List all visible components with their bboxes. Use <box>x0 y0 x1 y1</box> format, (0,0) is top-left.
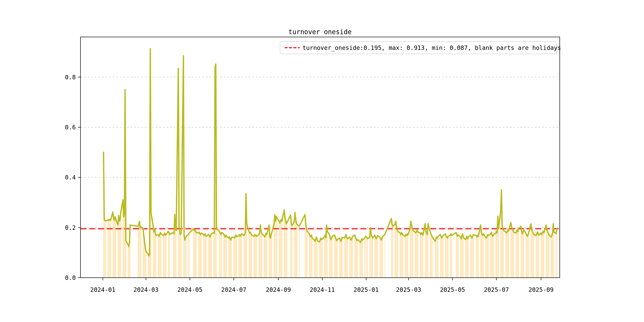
day-bar <box>246 224 247 278</box>
day-bar <box>442 238 442 278</box>
day-bar <box>408 235 408 278</box>
day-bar <box>413 230 413 278</box>
day-bar <box>119 221 120 278</box>
day-bar <box>467 239 468 278</box>
day-bar <box>139 221 140 278</box>
day-bar <box>426 233 427 278</box>
day-bar <box>261 231 262 278</box>
day-bar <box>462 234 463 278</box>
day-bar <box>198 233 199 278</box>
day-bar <box>204 236 204 278</box>
day-bar <box>141 227 141 278</box>
day-bar <box>266 234 267 278</box>
day-bar <box>271 234 272 278</box>
day-bar <box>397 229 397 278</box>
day-bar <box>200 234 201 278</box>
day-bar <box>538 234 538 278</box>
day-bar <box>220 234 221 278</box>
day-bar <box>275 221 276 278</box>
day-bar <box>312 238 312 278</box>
day-bar <box>552 234 553 278</box>
day-bar <box>442 237 443 278</box>
y-tick-label: 0.4 <box>65 174 76 181</box>
day-bar <box>205 235 206 278</box>
day-bar <box>175 228 176 278</box>
turnover-line <box>104 49 557 256</box>
day-bar <box>461 239 462 278</box>
day-bar <box>478 235 478 278</box>
day-bar <box>173 232 174 278</box>
day-bar <box>279 221 280 278</box>
day-bar <box>420 233 420 278</box>
day-bar <box>503 229 503 278</box>
day-bar <box>294 222 294 278</box>
day-bar <box>506 233 507 278</box>
day-bar <box>327 231 328 278</box>
day-bar <box>256 235 256 278</box>
day-bar <box>154 229 155 278</box>
day-bar <box>346 238 347 278</box>
day-bar <box>359 241 360 278</box>
day-bar <box>277 218 277 278</box>
day-bar <box>478 236 479 278</box>
day-bar <box>270 236 270 278</box>
day-bar <box>214 234 215 278</box>
day-bar <box>421 232 422 278</box>
day-bar <box>148 254 148 278</box>
day-bar <box>457 236 458 278</box>
day-bar <box>228 238 229 278</box>
day-bar <box>531 229 532 278</box>
day-bar <box>495 233 496 278</box>
day-bar <box>326 238 326 278</box>
day-bar <box>316 237 317 278</box>
day-bar <box>149 254 150 278</box>
day-bar <box>512 229 512 278</box>
day-bar <box>384 234 385 278</box>
day-bar <box>213 232 214 278</box>
day-bar <box>518 229 519 278</box>
day-bar <box>114 220 115 278</box>
day-bar <box>339 238 340 278</box>
day-bar <box>406 236 407 278</box>
day-bar <box>481 231 482 278</box>
day-bar <box>310 237 311 278</box>
day-bar <box>285 216 285 278</box>
day-bar <box>431 234 431 278</box>
day-bar <box>468 237 469 278</box>
day-bar <box>196 231 196 278</box>
day-bar <box>533 233 534 278</box>
day-bar <box>508 231 509 278</box>
day-bar <box>154 232 154 278</box>
day-bar <box>317 240 318 278</box>
day-bar <box>547 231 548 278</box>
day-bar <box>324 237 325 278</box>
day-bar <box>537 232 538 278</box>
day-bar <box>105 220 105 278</box>
day-bar <box>352 238 352 278</box>
day-bar <box>129 243 130 278</box>
day-bar <box>124 215 125 278</box>
day-bar <box>350 238 350 278</box>
day-bar <box>367 239 368 278</box>
day-bar <box>410 229 410 278</box>
day-bar <box>230 240 231 278</box>
day-bar <box>264 236 264 278</box>
day-bar <box>402 234 402 278</box>
day-bar <box>224 234 224 278</box>
x-tick-label: 2024-09 <box>266 286 291 293</box>
day-bar <box>416 231 417 278</box>
day-bar <box>548 233 548 278</box>
day-bar <box>158 236 159 278</box>
day-bar <box>548 235 549 278</box>
day-bar <box>391 218 392 278</box>
day-bar <box>370 237 370 278</box>
day-bar <box>395 224 395 278</box>
day-bar <box>441 236 441 278</box>
day-bar <box>180 234 181 278</box>
day-bar <box>176 230 176 278</box>
day-bar <box>286 224 286 278</box>
day-bar <box>497 233 498 278</box>
day-bar <box>531 224 531 278</box>
day-bar <box>534 234 534 278</box>
day-bar <box>251 234 251 278</box>
